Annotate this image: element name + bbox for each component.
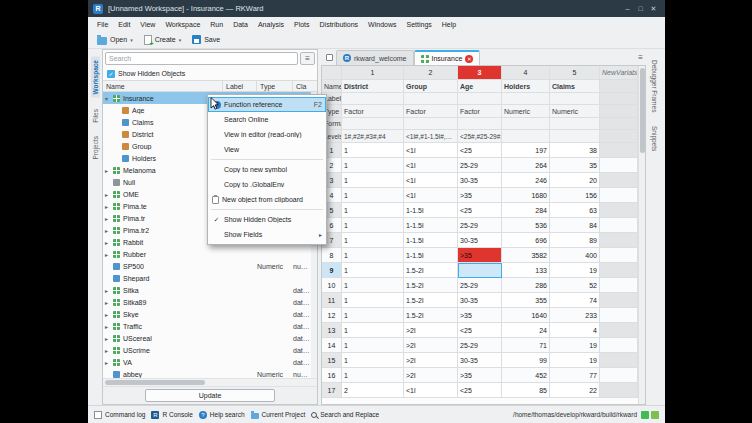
dock-tab-debugger-frames[interactable]: Debugger Frames [650,57,659,115]
menubar-item-edit[interactable]: Edit [113,21,135,28]
column-number-header[interactable]: 3 [458,66,502,80]
data-cell[interactable]: 63 [550,203,600,218]
data-cell[interactable]: 1.5-2l [404,263,458,278]
data-cell[interactable]: >2l [404,353,458,368]
meta-cell[interactable]: Numeric [502,105,550,118]
tree-column-header-type[interactable]: Type [257,81,293,91]
data-cell[interactable]: 1 [342,308,404,323]
meta-cell[interactable]: Age [458,80,502,93]
meta-cell[interactable]: Factor [404,105,458,118]
meta-cell[interactable]: Numeric [550,105,600,118]
context-menu-item-copy-to-globalenv[interactable]: Copy to .GlobalEnv [208,177,326,192]
meta-cell[interactable] [458,93,502,105]
data-cell[interactable]: 1680 [502,188,550,203]
new-variable-header[interactable]: NewVariable [600,66,638,80]
meta-cell[interactable] [502,118,550,130]
row-number-header[interactable]: 9 [322,263,342,278]
open-button[interactable]: Open ▾ [93,33,137,47]
row-number-header[interactable]: 12 [322,308,342,323]
collapse-arrow-icon[interactable]: ▾ [105,95,112,102]
data-cell[interactable]: 1 [342,263,404,278]
tree-item-skye[interactable]: ▸Skyedat… [103,308,317,320]
tree-horizontal-scrollbar-thumb[interactable] [105,380,205,385]
data-cell[interactable]: 89 [550,233,600,248]
row-number-header[interactable]: 14 [322,338,342,353]
column-number-header[interactable]: 1 [342,66,404,80]
tree-column-header-name[interactable]: Name [103,81,223,91]
tree-item-abbey[interactable]: abbeyNumericnu… [103,368,317,378]
meta-cell[interactable]: Claims [550,80,600,93]
data-cell[interactable]: 400 [550,248,600,263]
menubar-item-plots[interactable]: Plots [289,21,315,28]
menubar-item-analysis[interactable]: Analysis [253,21,289,28]
data-cell[interactable]: 246 [502,173,550,188]
data-cell[interactable]: >2l [404,338,458,353]
data-cell[interactable]: 22 [550,383,600,398]
tree-item-uscrime[interactable]: ▸UScrimedat… [103,344,317,356]
data-cell[interactable]: 30-35 [458,173,502,188]
data-cell[interactable]: 25-29 [458,338,502,353]
data-cell[interactable]: >35 [458,188,502,203]
statusbar-button-current-project[interactable]: Current Project [251,411,306,419]
menubar-item-run[interactable]: Run [205,21,228,28]
data-cell[interactable]: 25-29 [458,218,502,233]
data-cell[interactable]: 1.5-2l [404,308,458,323]
expand-arrow-icon[interactable]: ▸ [105,359,112,366]
menubar-item-windows[interactable]: Windows [363,21,401,28]
data-cell[interactable]: <1l [404,173,458,188]
data-cell[interactable]: 3582 [502,248,550,263]
meta-cell[interactable]: District [342,80,404,93]
meta-cell[interactable] [404,118,458,130]
dock-tab-workspace[interactable]: Workspace [91,57,100,98]
statusbar-button-search-and-replace[interactable]: Search and Replace [311,411,379,418]
create-button[interactable]: Create ▾ [140,33,186,47]
data-cell[interactable]: 1 [342,353,404,368]
meta-cell[interactable] [550,118,600,130]
expand-arrow-icon[interactable]: ▸ [105,323,112,330]
meta-cell[interactable]: <1l#,#1-1.5l#,… [404,130,458,143]
data-cell[interactable]: 1 [342,293,404,308]
context-menu-item-view[interactable]: View [208,142,326,157]
context-menu-item-copy-to-new-symbol[interactable]: Copy to new symbol [208,162,326,177]
tree-item-rubber[interactable]: ▸Rubber [103,248,317,260]
data-cell[interactable]: 74 [550,293,600,308]
statusbar-button-r-console[interactable]: RR Console [151,411,192,419]
expand-arrow-icon[interactable]: ▸ [105,227,112,234]
data-cell[interactable]: <25 [458,203,502,218]
meta-cell[interactable] [342,93,404,105]
data-cell[interactable]: 1 [342,338,404,353]
create-dropdown-icon[interactable]: ▾ [179,37,182,43]
row-number-header[interactable]: 17 [322,383,342,398]
tree-item-sp500[interactable]: SP500Numericnu… [103,260,317,272]
expand-arrow-icon[interactable]: ▸ [105,311,112,318]
expand-arrow-icon[interactable]: ▸ [105,287,112,294]
data-cell[interactable]: 84 [550,218,600,233]
data-cell[interactable]: 35 [550,158,600,173]
data-cell[interactable]: 19 [550,263,600,278]
meta-cell[interactable] [458,118,502,130]
data-cell[interactable]: 1640 [502,308,550,323]
data-cell[interactable]: >2l [404,323,458,338]
data-cell[interactable]: 536 [502,218,550,233]
menubar-item-workspace[interactable]: Workspace [160,21,205,28]
data-cell[interactable]: 1 [342,233,404,248]
context-menu-item-new-object-from-clipboard[interactable]: New object from clipboard [208,192,326,207]
data-cell[interactable]: <25 [458,143,502,158]
tree-item-uscereal[interactable]: ▸UScerealdat… [103,332,317,344]
tree-item-traffic[interactable]: ▸Trafficdat… [103,320,317,332]
data-cell[interactable]: 30-35 [458,293,502,308]
data-cell[interactable]: 19 [550,338,600,353]
row-number-header[interactable]: 8 [322,248,342,263]
meta-cell[interactable] [404,93,458,105]
tree-item-shepard[interactable]: Shepard [103,272,317,284]
data-cell[interactable]: 264 [502,158,550,173]
data-cell[interactable]: >2l [404,368,458,383]
data-cell[interactable]: 25-29 [458,278,502,293]
expand-arrow-icon[interactable]: ▸ [105,215,112,222]
context-menu-item-function-reference[interactable]: ?Function referenceF2 [208,97,326,112]
data-cell[interactable]: <1l [404,143,458,158]
tree-column-header-cla[interactable]: Cla [293,81,317,91]
update-button[interactable]: Update [145,389,275,402]
close-tab-icon[interactable]: ✕ [465,55,473,63]
minimize-icon[interactable]: – [621,2,634,15]
